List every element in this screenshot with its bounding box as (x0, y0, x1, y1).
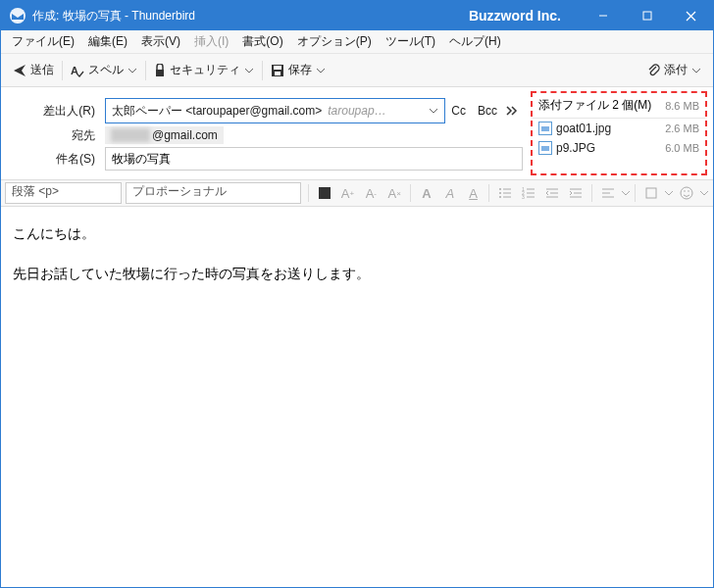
headers-area: 差出人(R) 太郎ペーパー <taroupaper@gmail.com> tar… (1, 87, 713, 179)
attachment-name: p9.JPG (556, 141, 595, 155)
number-list-button[interactable]: 123 (518, 182, 539, 204)
close-button[interactable] (669, 1, 713, 30)
chevron-down-icon (244, 66, 254, 75)
insert-button[interactable] (640, 182, 662, 204)
underline-button[interactable]: A (463, 182, 484, 204)
expand-recipients-button[interactable] (503, 105, 523, 117)
spell-label: スペル (88, 62, 124, 78)
attachments-header[interactable]: 添付ファイル 2 個(M) 8.6 MB (533, 93, 705, 119)
attachment-item[interactable]: goat01.jpg 2.6 MB (533, 119, 705, 138)
font-family-select[interactable]: プロポーショナル (126, 182, 301, 204)
to-recipient-pill[interactable]: xxxx@gmail.com (105, 126, 224, 144)
chevron-double-right-icon (506, 105, 520, 117)
attachment-item[interactable]: p9.JPG 6.0 MB (533, 138, 705, 158)
svg-rect-32 (646, 188, 656, 198)
attach-label: 添付 (664, 62, 688, 78)
svg-point-13 (499, 192, 501, 194)
menu-tools[interactable]: ツール(T) (379, 31, 442, 52)
from-select[interactable]: 太郎ペーパー <taroupaper@gmail.com> taroupap… (105, 98, 445, 123)
maximize-button[interactable] (625, 1, 669, 30)
attachment-size: 6.0 MB (665, 142, 699, 154)
svg-rect-2 (643, 12, 651, 20)
save-label: 保存 (288, 62, 312, 78)
spell-icon: A (71, 64, 84, 77)
align-button[interactable] (597, 182, 619, 204)
svg-rect-9 (275, 72, 280, 75)
security-label: セキュリティ (170, 62, 240, 78)
increase-size-button[interactable]: A+ (337, 182, 359, 204)
menu-options[interactable]: オプション(P) (290, 31, 379, 52)
body-line: 先日お話していた牧場に行った時の写真をお送りします。 (13, 261, 701, 287)
attachments-panel: 添付ファイル 2 個(M) 8.6 MB goat01.jpg 2.6 MB p… (531, 91, 707, 175)
from-identity-extra: taroupap… (328, 104, 385, 118)
menu-insert[interactable]: 挿入(I) (187, 31, 235, 52)
chevron-down-icon (699, 188, 709, 198)
spell-button[interactable]: A スペル (65, 58, 143, 82)
subject-input[interactable] (105, 147, 523, 171)
cc-button[interactable]: Cc (445, 100, 472, 122)
format-toolbar: 段落 <p> プロポーショナル A+ A- A× A A A 123 (1, 179, 713, 207)
svg-rect-6 (156, 70, 164, 76)
title-bar: 作成: 牧場の写真 - Thunderbird Buzzword Inc. (1, 1, 713, 30)
svg-point-33 (681, 187, 692, 199)
body-line: こんにちは。 (13, 220, 701, 247)
send-label: 送信 (30, 62, 54, 78)
message-body[interactable]: こんにちは。 先日お話していた牧場に行った時の写真をお送りします。 (1, 207, 713, 300)
italic-button[interactable]: A (439, 182, 461, 204)
text-color-button[interactable] (314, 182, 335, 204)
attachment-name: goat01.jpg (556, 122, 611, 135)
send-icon (13, 64, 26, 77)
minimize-button[interactable] (581, 1, 625, 30)
svg-point-11 (499, 188, 501, 190)
menu-file[interactable]: ファイル(E) (5, 31, 81, 52)
chevron-down-icon (128, 66, 137, 75)
clear-format-button[interactable]: A× (383, 182, 405, 204)
chevron-down-icon (664, 188, 674, 198)
svg-point-35 (688, 190, 689, 192)
menu-view[interactable]: 表示(V) (134, 31, 187, 52)
image-file-icon (538, 141, 552, 155)
emoji-button[interactable] (676, 182, 697, 204)
attachment-size: 2.6 MB (665, 122, 699, 134)
paperclip-icon (646, 63, 660, 78)
brand-label: Buzzword Inc. (469, 8, 561, 24)
compose-toolbar: 送信 A スペル セキュリティ 保存 添付 (1, 54, 713, 87)
chevron-down-icon (691, 66, 701, 75)
menu-format[interactable]: 書式(O) (235, 31, 289, 52)
paragraph-style-select[interactable]: 段落 <p> (5, 182, 122, 204)
attachments-count-label: 添付ファイル 2 個(M) (538, 97, 651, 114)
app-icon (9, 7, 26, 24)
from-label: 差出人(R) (9, 103, 105, 120)
save-button[interactable]: 保存 (265, 58, 332, 82)
send-button[interactable]: 送信 (7, 58, 60, 82)
bold-button[interactable]: A (416, 182, 437, 204)
indent-button[interactable] (565, 182, 586, 204)
window-title: 作成: 牧場の写真 - Thunderbird (32, 8, 195, 24)
svg-point-34 (684, 190, 686, 192)
svg-rect-8 (274, 66, 281, 70)
from-value: 太郎ペーパー <taroupaper@gmail.com> (112, 103, 322, 120)
outdent-button[interactable] (541, 182, 563, 204)
chevron-down-icon (316, 66, 326, 75)
decrease-size-button[interactable]: A- (360, 182, 382, 204)
chevron-down-icon (621, 188, 631, 198)
attach-button[interactable]: 添付 (640, 58, 707, 82)
menu-bar: ファイル(E) 編集(E) 表示(V) 挿入(I) 書式(O) オプション(P)… (1, 30, 713, 54)
subject-label: 件名(S) (9, 151, 105, 168)
chevron-down-icon (429, 106, 438, 116)
to-field[interactable]: xxxx@gmail.com (105, 126, 523, 144)
to-label: 宛先 (9, 127, 105, 144)
attachments-total-size: 8.6 MB (665, 100, 699, 112)
svg-point-15 (499, 196, 501, 198)
bcc-button[interactable]: Bcc (472, 100, 503, 122)
svg-rect-10 (319, 187, 331, 199)
menu-edit[interactable]: 編集(E) (81, 31, 134, 52)
bullet-list-button[interactable] (494, 182, 516, 204)
security-button[interactable]: セキュリティ (148, 58, 260, 82)
menu-help[interactable]: ヘルプ(H) (442, 31, 508, 52)
save-icon (271, 64, 284, 77)
image-file-icon (538, 122, 552, 135)
svg-text:3: 3 (522, 194, 525, 200)
lock-icon (154, 64, 166, 77)
